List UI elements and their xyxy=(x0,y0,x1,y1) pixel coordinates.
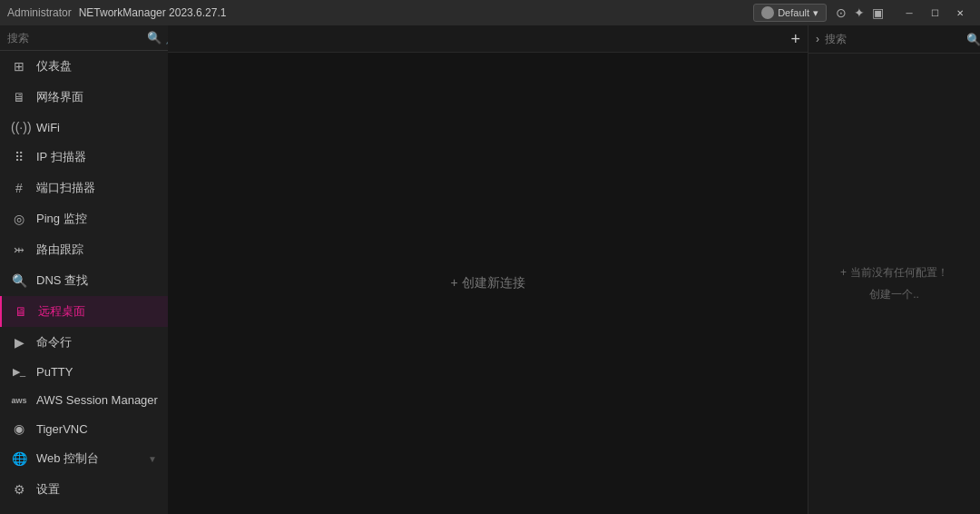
right-search-icon[interactable]: 🔍 xyxy=(966,33,980,46)
sidebar-item-web-console[interactable]: 🌐 Web 控制台 ▼ xyxy=(0,443,168,474)
right-empty-message: + 当前没有任何配置！ 创建一个.. xyxy=(840,264,948,302)
sidebar-item-label: DNS 查找 xyxy=(36,272,88,289)
center-add-button[interactable]: + xyxy=(790,31,800,47)
sidebar-item-label: 端口扫描器 xyxy=(36,180,95,196)
aws-icon: aws xyxy=(11,396,27,405)
sidebar-item-putty[interactable]: ▶_ PuTTY xyxy=(0,358,168,386)
sidebar-item-label: AWS Session Manager xyxy=(36,393,158,407)
command-line-icon: ▶ xyxy=(11,335,27,350)
sidebar-item-label: IP 扫描器 xyxy=(36,149,86,165)
sidebar-item-label: TigerVNC xyxy=(36,422,88,436)
minimize-button[interactable]: ─ xyxy=(897,0,922,25)
sidebar-item-dns-lookup[interactable]: 🔍 DNS 查找 xyxy=(0,265,168,296)
sidebar-item-label: 远程桌面 xyxy=(38,303,85,320)
titlebar: Administrator NETworkManager 2023.6.27.1… xyxy=(0,0,980,25)
settings-icon: ⚙ xyxy=(11,482,27,497)
center-panel: + + 创建新连接 xyxy=(168,25,808,514)
gear-icon[interactable]: ✦ xyxy=(854,5,865,20)
wifi-icon: ((·)) xyxy=(11,120,27,134)
sidebar: 🔍 📌 ⊞ 仪表盘 🖥 网络界面 ((·)) WiFi ⠿ IP 扫描器 # xyxy=(0,25,168,514)
maximize-button[interactable]: ☐ xyxy=(922,0,947,25)
expand-icon: ▼ xyxy=(148,454,157,464)
sidebar-item-ping-monitor[interactable]: ◎ Ping 监控 xyxy=(0,203,168,234)
center-content: + 创建新连接 xyxy=(168,53,808,514)
tigervnc-icon: ◉ xyxy=(11,421,27,436)
right-expand-icon[interactable]: › xyxy=(816,33,819,45)
right-search-input[interactable] xyxy=(825,33,961,45)
right-empty-line2: 创建一个.. xyxy=(869,288,919,301)
sidebar-search-bar: 🔍 📌 xyxy=(0,25,168,51)
web-console-icon: 🌐 xyxy=(11,451,27,466)
close-button[interactable]: ✕ xyxy=(947,0,973,25)
app-title: NETworkManager 2023.6.27.1 xyxy=(79,6,753,19)
sidebar-search-input[interactable] xyxy=(7,32,143,44)
sidebar-item-label: 命令行 xyxy=(36,334,72,351)
profile-label: Default xyxy=(778,7,809,18)
profile-button[interactable]: Default ▾ xyxy=(753,4,827,22)
sidebar-item-wifi[interactable]: ((·)) WiFi xyxy=(0,113,168,142)
right-plus-icon: + xyxy=(840,264,847,282)
right-empty-add-hint: + 当前没有任何配置！ xyxy=(840,264,948,282)
sidebar-item-aws-session[interactable]: aws AWS Session Manager xyxy=(0,386,168,414)
sidebar-item-settings[interactable]: ⚙ 设置 xyxy=(0,474,168,505)
dashboard-icon: ⊞ xyxy=(11,59,27,74)
sidebar-item-label: 网络界面 xyxy=(36,89,83,105)
search-icon[interactable]: 🔍 xyxy=(147,31,162,44)
putty-icon: ▶_ xyxy=(11,366,27,378)
dns-lookup-icon: 🔍 xyxy=(11,273,27,288)
admin-label: Administrator xyxy=(7,6,72,19)
sidebar-items: ⊞ 仪表盘 🖥 网络界面 ((·)) WiFi ⠿ IP 扫描器 # 端口扫描器… xyxy=(0,51,168,514)
sidebar-item-dashboard[interactable]: ⊞ 仪表盘 xyxy=(0,51,168,82)
right-panel-content: + 当前没有任何配置！ 创建一个.. xyxy=(808,54,980,514)
chevron-down-icon: ▾ xyxy=(813,7,818,19)
sidebar-item-ip-scanner[interactable]: ⠿ IP 扫描器 xyxy=(0,142,168,173)
sidebar-item-label: Web 控制台 xyxy=(36,450,99,467)
center-toolbar: + xyxy=(168,25,808,53)
remote-desktop-icon: 🖥 xyxy=(13,304,29,319)
titlebar-right: Default ▾ ⊙ ✦ ▣ ─ ☐ ✕ xyxy=(753,0,973,25)
network-interface-icon: 🖥 xyxy=(11,90,27,104)
sidebar-item-label: 仪表盘 xyxy=(36,58,72,74)
sidebar-item-label: PuTTY xyxy=(36,365,73,379)
sidebar-item-label: 设置 xyxy=(36,481,60,498)
github-icon[interactable]: ⊙ xyxy=(836,5,847,20)
right-panel: › 🔍 + + 当前没有任何配置！ 创建一个.. xyxy=(808,25,980,514)
sidebar-item-remote-desktop[interactable]: 🖥 远程桌面 xyxy=(0,296,168,327)
main-layout: 🔍 📌 ⊞ 仪表盘 🖥 网络界面 ((·)) WiFi ⠿ IP 扫描器 # xyxy=(0,25,980,514)
sidebar-item-label: Ping 监控 xyxy=(36,211,87,227)
panel-icon[interactable]: ▣ xyxy=(872,5,884,20)
create-new-label: + 创建新连接 xyxy=(450,275,524,292)
titlebar-icons: ⊙ ✦ ▣ xyxy=(836,5,884,20)
traceroute-icon: ⤔ xyxy=(11,242,27,257)
sidebar-item-label: WiFi xyxy=(36,121,60,134)
sidebar-item-command-line[interactable]: ▶ 命令行 xyxy=(0,327,168,358)
create-new-connection[interactable]: + 创建新连接 xyxy=(450,275,524,292)
right-empty-line1: 当前没有任何配置！ xyxy=(850,264,948,282)
sidebar-item-port-scanner[interactable]: # 端口扫描器 xyxy=(0,173,168,203)
right-panel-header: › 🔍 + xyxy=(808,25,980,54)
ping-monitor-icon: ◎ xyxy=(11,212,27,226)
sidebar-item-label: 路由跟踪 xyxy=(36,242,83,258)
port-scanner-icon: # xyxy=(11,181,27,195)
sidebar-item-traceroute[interactable]: ⤔ 路由跟踪 xyxy=(0,234,168,265)
sidebar-item-tigervnc[interactable]: ◉ TigerVNC xyxy=(0,414,168,443)
avatar xyxy=(761,6,774,19)
window-controls: ─ ☐ ✕ xyxy=(897,0,973,25)
ip-scanner-icon: ⠿ xyxy=(11,150,27,164)
sidebar-item-network-interface[interactable]: 🖥 网络界面 xyxy=(0,82,168,113)
